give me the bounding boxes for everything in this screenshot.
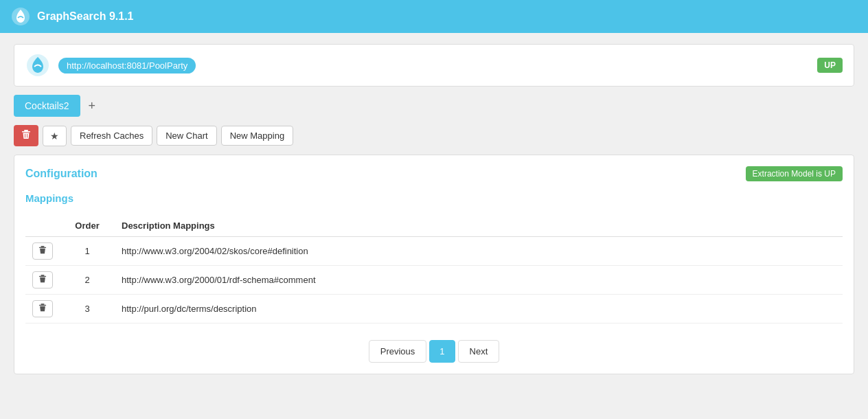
configuration-section: Configuration Extraction Model is UP Map… [14, 155, 854, 374]
trash-icon [38, 304, 47, 312]
table-row: 3 http://purl.org/dc/terms/description [25, 295, 843, 324]
svg-rect-11 [39, 305, 46, 306]
row-description: http://www.w3.org/2000/01/rdf-schema#com… [115, 266, 843, 295]
col-header-description: Description Mappings [115, 215, 843, 237]
tabs-bar: Cocktails2 + [14, 95, 854, 117]
pagination: Previous 1 Next [25, 340, 843, 363]
mappings-table: Order Description Mappings 1 http://www.… [25, 215, 843, 324]
previous-button[interactable]: Previous [369, 340, 427, 363]
row-order: 3 [60, 295, 115, 324]
svg-rect-6 [41, 246, 44, 247]
server-logo-icon [25, 53, 50, 78]
extraction-model-badge: Extraction Model is UP [746, 166, 843, 181]
toolbar: ★ Refresh Caches New Chart New Mapping [14, 125, 854, 146]
server-status-badge: UP [817, 58, 843, 73]
server-bar-left: http://localhost:8081/PoolParty [25, 53, 196, 78]
server-bar: http://localhost:8081/PoolParty UP [14, 44, 854, 87]
svg-rect-8 [41, 275, 44, 276]
row-delete-button[interactable] [32, 271, 53, 288]
table-row: 2 http://www.w3.org/2000/01/rdf-schema#c… [25, 266, 843, 295]
row-order: 2 [60, 266, 115, 295]
row-description: http://www.w3.org/2004/02/skos/core#defi… [115, 237, 843, 266]
page-1-button[interactable]: 1 [429, 340, 455, 363]
tab-cocktails2[interactable]: Cocktails2 [14, 95, 80, 117]
row-order: 1 [60, 237, 115, 266]
app-title: GraphSearch 9.1.1 [37, 10, 134, 23]
mappings-section: Mappings Order Description Mappings [25, 192, 843, 363]
new-chart-button[interactable]: New Chart [157, 126, 216, 146]
topbar: GraphSearch 9.1.1 [0, 0, 868, 33]
new-mapping-button[interactable]: New Mapping [221, 126, 294, 146]
svg-rect-9 [39, 276, 46, 277]
table-row: 1 http://www.w3.org/2004/02/skos/core#de… [25, 237, 843, 266]
app-logo-icon [11, 7, 30, 26]
row-delete-button[interactable] [32, 242, 53, 260]
svg-rect-7 [39, 247, 46, 248]
tab-add-button[interactable]: + [83, 96, 102, 116]
svg-rect-2 [24, 130, 28, 131]
trash-icon [38, 246, 47, 254]
mappings-table-body: 1 http://www.w3.org/2004/02/skos/core#de… [25, 237, 843, 324]
delete-button[interactable] [14, 125, 38, 146]
next-button[interactable]: Next [458, 340, 500, 363]
mappings-title: Mappings [25, 192, 843, 204]
row-delete-button[interactable] [32, 300, 53, 317]
config-header: Configuration Extraction Model is UP [25, 166, 843, 181]
star-button[interactable]: ★ [43, 126, 67, 146]
svg-rect-3 [22, 131, 30, 133]
server-url: http://localhost:8081/PoolParty [58, 58, 196, 73]
col-header-order: Order [60, 215, 115, 237]
svg-rect-10 [41, 304, 44, 305]
col-header-delete [25, 215, 60, 237]
star-icon: ★ [50, 131, 59, 141]
trash-icon [21, 130, 31, 139]
row-description: http://purl.org/dc/terms/description [115, 295, 843, 324]
main-content: http://localhost:8081/PoolParty UP Cockt… [0, 33, 868, 385]
mappings-table-header: Order Description Mappings [25, 215, 843, 237]
trash-icon [38, 275, 47, 283]
refresh-caches-button[interactable]: Refresh Caches [71, 126, 152, 146]
config-title: Configuration [25, 168, 98, 180]
